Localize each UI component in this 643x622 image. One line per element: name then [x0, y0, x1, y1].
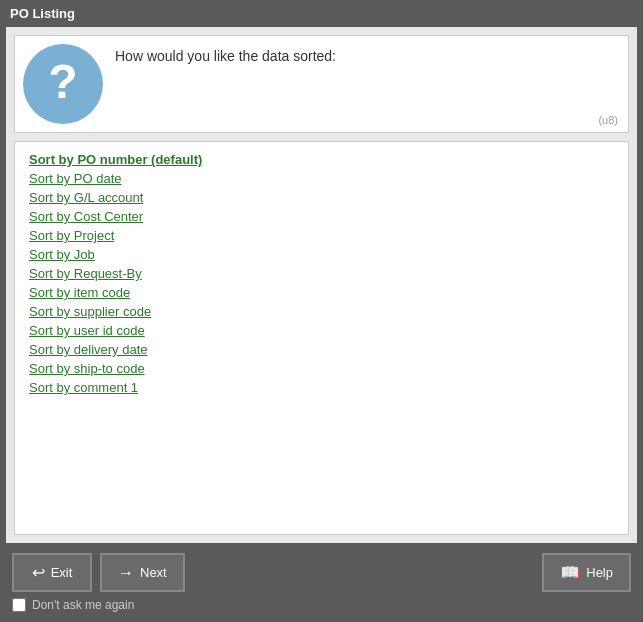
help-icon: 📖 — [560, 563, 580, 582]
sort-option-comment-1[interactable]: Sort by comment 1 — [29, 380, 614, 395]
help-button[interactable]: 📖 Help — [542, 553, 631, 592]
sort-option-ship-to-code[interactable]: Sort by ship-to code — [29, 361, 614, 376]
question-text: How would you like the data sorted: — [115, 44, 620, 124]
dont-ask-label: Don't ask me again — [32, 598, 134, 612]
title-bar: PO Listing — [0, 0, 643, 27]
sort-option-gl-account[interactable]: Sort by G/L account — [29, 190, 614, 205]
sort-option-item-code[interactable]: Sort by item code — [29, 285, 614, 300]
sort-option-po-number[interactable]: Sort by PO number (default) — [29, 152, 614, 167]
exit-button[interactable]: ↩ Exit — [12, 553, 92, 592]
sort-option-delivery-date[interactable]: Sort by delivery date — [29, 342, 614, 357]
next-icon: → — [118, 564, 134, 582]
footer-left: ↩ Exit → Next — [12, 553, 185, 592]
sort-option-po-date[interactable]: Sort by PO date — [29, 171, 614, 186]
sort-option-request-by[interactable]: Sort by Request-By — [29, 266, 614, 281]
sort-option-cost-center[interactable]: Sort by Cost Center — [29, 209, 614, 224]
question-box: ? How would you like the data sorted: (u… — [14, 35, 629, 133]
help-label: Help — [586, 565, 613, 580]
exit-label: Exit — [51, 565, 73, 580]
question-mark: ? — [48, 58, 77, 106]
sort-option-project[interactable]: Sort by Project — [29, 228, 614, 243]
sort-options-box: Sort by PO number (default)Sort by PO da… — [14, 141, 629, 535]
sort-option-job[interactable]: Sort by Job — [29, 247, 614, 262]
content-area: ? How would you like the data sorted: (u… — [6, 27, 637, 543]
next-label: Next — [140, 565, 167, 580]
sort-option-supplier-code[interactable]: Sort by supplier code — [29, 304, 614, 319]
main-window: PO Listing ? How would you like the data… — [0, 0, 643, 622]
footer: ↩ Exit → Next 📖 Help Don't ask me again — [0, 543, 643, 622]
next-button[interactable]: → Next — [100, 553, 185, 592]
dont-ask-checkbox[interactable] — [12, 598, 26, 612]
footer-buttons: ↩ Exit → Next 📖 Help — [12, 553, 631, 592]
window-title: PO Listing — [10, 6, 75, 21]
sort-option-user-id-code[interactable]: Sort by user id code — [29, 323, 614, 338]
question-icon: ? — [23, 44, 103, 124]
exit-icon: ↩ — [32, 563, 45, 582]
dont-ask-row: Don't ask me again — [12, 598, 631, 612]
question-code: (u8) — [598, 114, 618, 126]
